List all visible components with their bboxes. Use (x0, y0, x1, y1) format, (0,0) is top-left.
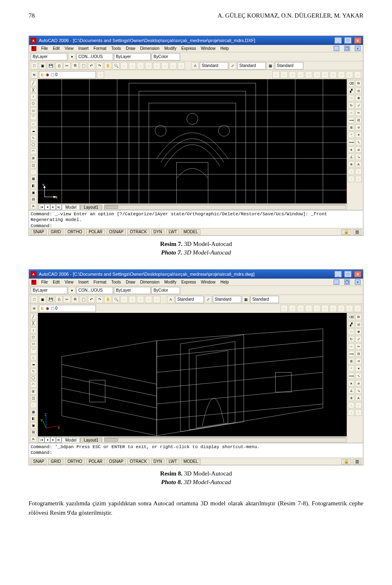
region-icon[interactable]: ▣ (30, 190, 37, 196)
hatch-icon[interactable]: ▦ (30, 176, 37, 182)
chamfer-icon[interactable]: ⧄ (355, 358, 362, 364)
spline-icon[interactable]: ∿ (30, 135, 37, 141)
hatch-icon[interactable]: ▦ (30, 409, 37, 415)
status-grid[interactable]: GRID (48, 229, 63, 235)
menu-window[interactable]: Window (201, 280, 216, 284)
toolbar-button[interactable]: · (120, 62, 128, 69)
arc-icon[interactable]: ⌒ (30, 114, 37, 121)
toolbar-button[interactable]: · (289, 71, 296, 78)
mdi-close-button[interactable]: × (355, 279, 361, 285)
explode-icon[interactable]: ✶ (355, 132, 362, 138)
fillet-icon[interactable]: ◜ (348, 132, 354, 138)
status-polar[interactable]: POLAR (86, 229, 105, 235)
point-icon[interactable]: · (30, 402, 37, 408)
linetype-control[interactable]: CON...UOUS (76, 53, 113, 60)
status-dyn[interactable]: DYN (151, 459, 165, 464)
toolbar-button[interactable]: · (145, 62, 152, 69)
rectangle-icon[interactable]: ▭ (30, 107, 37, 114)
rotate-icon[interactable]: ↻ (348, 102, 354, 109)
undo-icon[interactable]: ↶ (88, 296, 95, 303)
trim-icon[interactable]: ✂ (355, 343, 362, 350)
toolbar-button[interactable]: · (169, 62, 177, 69)
redo-icon[interactable]: ↷ (96, 62, 103, 69)
erase-icon[interactable]: ⌫ (348, 80, 354, 87)
chamfer-icon[interactable]: ⧄ (355, 124, 362, 131)
horizontal-scrollbar[interactable] (105, 438, 346, 442)
polygon-icon[interactable]: ⬠ (30, 100, 37, 107)
toolbar-button[interactable]: · (178, 62, 185, 69)
extend-icon[interactable]: ⟶ (348, 351, 354, 357)
lineweight-control[interactable]: ByLayer (114, 53, 151, 60)
menu-dimension[interactable]: Dimension (140, 280, 159, 284)
block-icon[interactable]: ◫ (30, 395, 37, 402)
dim-angular-icon[interactable]: ∠ (348, 154, 354, 160)
fillet-icon[interactable]: ◜ (348, 365, 354, 372)
toolbar-button[interactable]: · (145, 296, 152, 303)
toolbar-button[interactable]: · (346, 305, 353, 312)
tab-prev-icon[interactable]: ◂ (45, 437, 50, 443)
menu-modify[interactable]: Modify (165, 280, 176, 284)
tab-layout1[interactable]: Layout1 (80, 438, 102, 442)
menu-window[interactable]: Window (201, 46, 216, 51)
tab-layout1[interactable]: Layout1 (80, 205, 102, 210)
status-model[interactable]: MODEL (181, 459, 200, 464)
dim-edit-icon[interactable]: A (355, 395, 362, 401)
rectangle-icon[interactable]: ▭ (30, 341, 37, 347)
dimstyle-control[interactable]: Standard (213, 296, 241, 303)
toolbar-button[interactable]: · (348, 168, 354, 175)
toolbar-button[interactable]: · (297, 71, 304, 78)
dimstyle-icon[interactable]: A (192, 62, 199, 69)
open-icon[interactable]: ▣ (39, 62, 46, 69)
tab-first-icon[interactable]: |◂ (39, 204, 45, 210)
status-osnap[interactable]: OSNAP (107, 459, 126, 464)
gradient-icon[interactable]: ◧ (30, 415, 37, 422)
plotstyle-control[interactable]: ByColor (151, 287, 180, 294)
toolbar-button[interactable]: · (348, 402, 354, 409)
spline-icon[interactable]: ∿ (30, 368, 37, 374)
menu-tools[interactable]: Tools (111, 46, 121, 51)
menu-tools[interactable]: Tools (111, 280, 121, 284)
tablestyle-control[interactable]: Standard (250, 296, 279, 303)
xline-icon[interactable]: ╳ (30, 321, 37, 327)
tab-prev-icon[interactable]: ◂ (45, 204, 50, 210)
status-model[interactable]: MODEL (181, 229, 200, 235)
save-icon[interactable]: 💾 (47, 62, 54, 69)
table-icon[interactable]: ▤ (30, 429, 37, 435)
status-tray-icon[interactable]: ▥ (353, 229, 361, 235)
leader-icon[interactable]: ↘ (355, 387, 362, 394)
gradient-icon[interactable]: ◧ (30, 183, 37, 189)
plot-icon[interactable]: ⎙ (55, 296, 62, 303)
toolbar-button[interactable]: · (354, 305, 361, 312)
offset-icon[interactable]: ◎ (355, 321, 362, 328)
menu-draw[interactable]: Draw (126, 46, 135, 51)
mdi-close-button[interactable]: × (355, 46, 361, 51)
mirror-icon[interactable]: ▞ (348, 321, 354, 328)
arc-icon[interactable]: ⌒ (30, 348, 37, 354)
layer-manager-icon[interactable]: ≋ (31, 305, 38, 312)
move-icon[interactable]: ✥ (355, 328, 362, 335)
status-otrack[interactable]: OTRACK (127, 459, 149, 464)
break-icon[interactable]: ⊟ (355, 351, 362, 357)
command-line[interactable]: Command: '_3dpan Press ESC or ENTER to e… (29, 443, 363, 458)
dim-diameter-icon[interactable]: ⌀ (355, 380, 362, 386)
status-lwt[interactable]: LWT (166, 229, 179, 235)
toolbar-button[interactable]: · (355, 409, 362, 416)
point-icon[interactable]: · (30, 169, 37, 175)
toolbar-button[interactable]: · (355, 402, 362, 409)
toolbar-button[interactable]: · (129, 62, 136, 69)
table-icon[interactable]: ▤ (30, 196, 37, 202)
menu-modify[interactable]: Modify (165, 46, 176, 51)
status-tray-icon[interactable]: 🔒 (341, 459, 351, 464)
textstyle-control[interactable]: Standard (175, 296, 204, 303)
minimize-button[interactable]: _ (334, 37, 342, 44)
open-icon[interactable]: ▣ (39, 296, 46, 303)
pan-icon[interactable]: ✋ (104, 296, 111, 303)
horizontal-scrollbar[interactable] (105, 205, 346, 210)
copy-icon[interactable]: ⧉ (355, 314, 362, 320)
menu-help[interactable]: Help (220, 280, 229, 284)
dim-radius-icon[interactable]: ʀ (348, 380, 354, 386)
trim-icon[interactable]: ✂ (355, 109, 362, 116)
line-icon[interactable]: ╱ (30, 314, 37, 320)
toolbar-button[interactable]: ▾ (68, 53, 76, 60)
plot-icon[interactable]: ⎙ (55, 62, 62, 69)
